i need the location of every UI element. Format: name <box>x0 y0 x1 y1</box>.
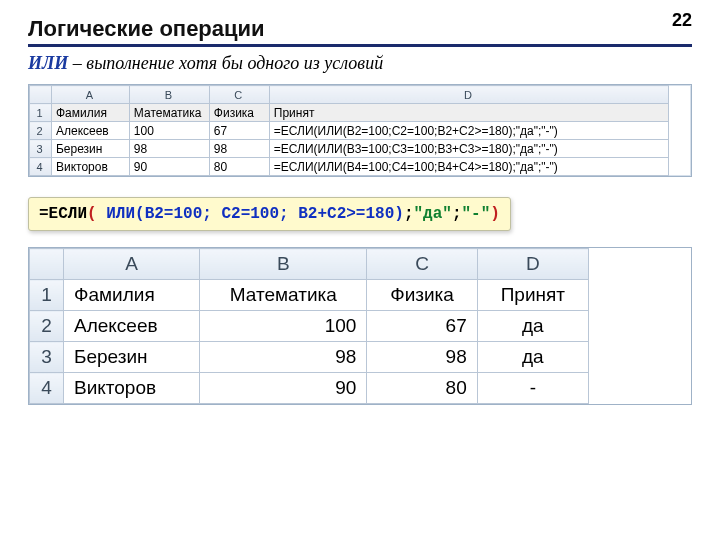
row-header: 4 <box>30 158 52 176</box>
cell: 67 <box>209 122 269 140</box>
col-header: C <box>367 249 477 280</box>
cell: 98 <box>367 342 477 373</box>
formula-callout: =ЕСЛИ( ИЛИ(B2=100; C2=100; B2+C2>=180);"… <box>28 197 511 231</box>
cell: да <box>477 342 588 373</box>
cell: 98 <box>129 140 209 158</box>
cell: 90 <box>200 373 367 404</box>
header-cell: Физика <box>209 104 269 122</box>
cell: - <box>477 373 588 404</box>
header-cell: Физика <box>367 280 477 311</box>
col-header: B <box>200 249 367 280</box>
subtitle-keyword: ИЛИ <box>28 53 68 73</box>
row-header: 4 <box>30 373 64 404</box>
col-header: D <box>269 86 668 104</box>
cell: Викторов <box>51 158 129 176</box>
corner-cell <box>30 249 64 280</box>
cell-formula: =ЕСЛИ(ИЛИ(B4=100;C4=100;B4+C4>=180);"да"… <box>269 158 668 176</box>
formula-token: ) <box>490 205 500 223</box>
cell: 100 <box>200 311 367 342</box>
cell: Березин <box>51 140 129 158</box>
cell: 67 <box>367 311 477 342</box>
row-header: 3 <box>30 342 64 373</box>
col-header: B <box>129 86 209 104</box>
cell: Березин <box>64 342 200 373</box>
cell: 80 <box>209 158 269 176</box>
page-number: 22 <box>672 10 692 31</box>
cell: Алексеев <box>51 122 129 140</box>
header-cell: Принят <box>269 104 668 122</box>
cell: да <box>477 311 588 342</box>
header-cell: Математика <box>200 280 367 311</box>
subtitle: ИЛИ – выполнение хотя бы одного из услов… <box>28 53 692 74</box>
row-header: 2 <box>30 122 52 140</box>
formula-token: ИЛИ(B2=100; C2=100; B2+C2>=180) <box>106 205 404 223</box>
row-header: 3 <box>30 140 52 158</box>
slide-title: Логические операции <box>28 16 692 47</box>
col-header: C <box>209 86 269 104</box>
formula-token: "-" <box>462 205 491 223</box>
row-header: 1 <box>30 104 52 122</box>
cell: Викторов <box>64 373 200 404</box>
header-cell: Фамилия <box>64 280 200 311</box>
formula-token: ( <box>87 205 106 223</box>
corner-cell <box>30 86 52 104</box>
col-header: A <box>51 86 129 104</box>
row-header: 2 <box>30 311 64 342</box>
subtitle-rest: – выполнение хотя бы одного из условий <box>68 53 383 73</box>
cell-formula: =ЕСЛИ(ИЛИ(B3=100;C3=100;B3+C3>=180);"да"… <box>269 140 668 158</box>
cell: 98 <box>209 140 269 158</box>
cell-formula: =ЕСЛИ(ИЛИ(B2=100;C2=100;B2+C2>=180);"да"… <box>269 122 668 140</box>
cell: 90 <box>129 158 209 176</box>
row-header: 1 <box>30 280 64 311</box>
cell: 98 <box>200 342 367 373</box>
cell: 100 <box>129 122 209 140</box>
excel-table-formulas: A B C D 1 Фамилия Математика Физика Прин… <box>28 84 692 177</box>
cell: Алексеев <box>64 311 200 342</box>
cell: 80 <box>367 373 477 404</box>
header-cell: Математика <box>129 104 209 122</box>
header-cell: Принят <box>477 280 588 311</box>
col-header: D <box>477 249 588 280</box>
formula-token: =ЕСЛИ <box>39 205 87 223</box>
header-cell: Фамилия <box>51 104 129 122</box>
formula-token: ; <box>452 205 462 223</box>
col-header: A <box>64 249 200 280</box>
excel-table-results: A B C D 1 Фамилия Математика Физика Прин… <box>28 247 692 405</box>
formula-token: "да" <box>413 205 451 223</box>
